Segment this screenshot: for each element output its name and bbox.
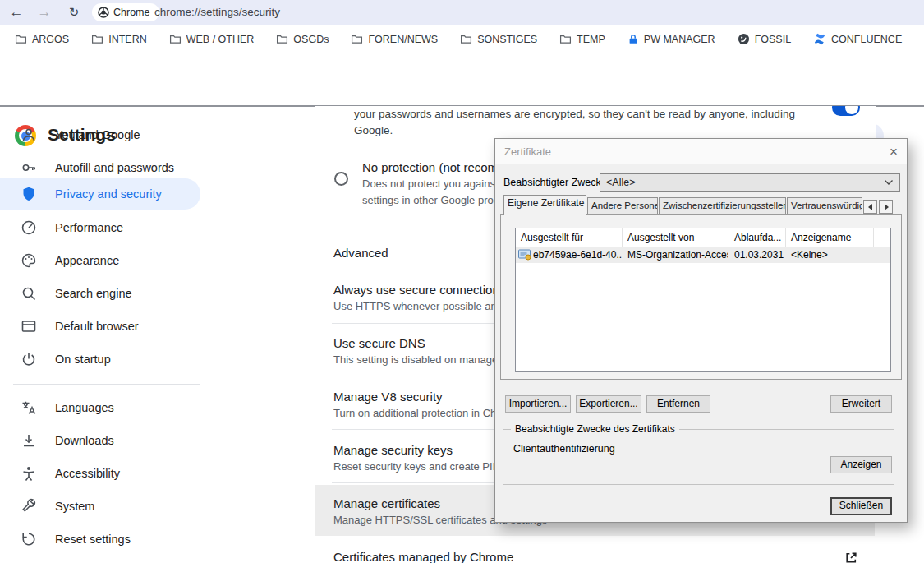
sidebar-item-accessibility[interactable]: Accessibility <box>0 458 200 489</box>
bookmark-fossil[interactable]: FOSSIL <box>738 33 791 45</box>
reset-icon <box>21 531 37 547</box>
power-icon <box>21 351 37 367</box>
no-protection-radio[interactable] <box>334 172 348 186</box>
tab-eigene-zertifikate[interactable]: Eigene Zertifikate <box>503 195 586 215</box>
sidebar-item-on-startup[interactable]: On startup <box>0 344 200 375</box>
column-header-issued-by[interactable]: Ausgestellt von <box>623 228 729 247</box>
back-icon[interactable]: ← <box>7 2 26 22</box>
export-button[interactable]: Exportieren... <box>576 395 641 413</box>
purpose-label: Beabsichtigter Zweck: <box>503 177 604 188</box>
tab-vertrauenswuerdige[interactable]: Vertrauenswürdige Stammzertifizierungsst… <box>787 197 862 215</box>
dialog-title: Zertifikate <box>504 145 551 158</box>
tab-scroll-left-icon[interactable] <box>863 200 877 214</box>
screen: ← → ↻ Chrome chrome://settings/security … <box>0 0 924 563</box>
remove-button[interactable]: Entfernen <box>646 395 710 413</box>
row-security-keys-sub: Reset security keys and create PINs <box>333 460 506 473</box>
sidebar-item-reset-settings[interactable]: Reset settings <box>0 524 200 555</box>
speedometer-icon <box>21 219 37 236</box>
bookmark-foren-news[interactable]: FOREN/NEWS <box>351 33 438 45</box>
password-leak-toggle[interactable] <box>832 106 860 116</box>
certificate-table-row[interactable]: eb7459ae-6e1d-40... MS-Organization-Acce… <box>516 247 890 263</box>
sidebar-item-default-browser[interactable]: Default browser <box>0 311 200 342</box>
forward-icon[interactable]: → <box>34 2 54 22</box>
sidebar-item-appearance[interactable]: Appearance <box>0 245 200 276</box>
bookmark-argos[interactable]: ARGOS <box>15 33 69 45</box>
sidebar-item-privacy-security[interactable]: Privacy and security <box>0 178 200 210</box>
folder-icon <box>351 33 363 45</box>
row-chrome-certificates-title[interactable]: Certificates managed by Chrome <box>333 550 513 563</box>
open-in-new-icon[interactable] <box>844 551 858 563</box>
purpose-value: <Alle> <box>606 177 635 188</box>
dark-globe-icon <box>738 33 750 45</box>
sidebar-item-you-and-google[interactable]: You and Google <box>0 119 200 150</box>
row-manage-certificates-title[interactable]: Manage certificates <box>333 496 440 510</box>
folder-icon <box>460 33 472 45</box>
column-header-display-name[interactable]: Anzeigename <box>786 228 874 247</box>
reload-icon[interactable]: ↻ <box>64 2 84 22</box>
browser-window-icon <box>21 318 37 335</box>
row-secure-connections-title[interactable]: Always use secure connections <box>333 283 505 297</box>
lock-icon <box>627 33 639 45</box>
folder-icon <box>15 33 27 45</box>
cell-issued-to: eb7459ae-6e1d-40... <box>533 249 622 261</box>
close-button[interactable]: Schließen <box>830 497 892 515</box>
column-header-spacer <box>874 228 890 247</box>
chevron-down-icon <box>884 179 894 186</box>
sidebar-item-system[interactable]: System <box>0 491 200 522</box>
sidebar-divider <box>13 561 200 561</box>
folder-icon <box>559 33 572 45</box>
chrome-mono-icon <box>98 7 109 18</box>
folder-icon <box>169 33 182 45</box>
certificate-list: Ausgestellt für Ausgestellt von Ablaufda… <box>515 228 891 372</box>
row-v8-security-sub: Turn on additional protection in Chrome <box>333 407 521 419</box>
row-security-keys-title[interactable]: Manage security keys <box>333 443 453 457</box>
encryption-text-line1: your passwords and usernames are encrypt… <box>354 108 795 120</box>
cell-expiry: 01.03.2031 <box>734 249 785 261</box>
purpose-dropdown[interactable]: <Alle> <box>600 173 900 192</box>
bookmark-intern[interactable]: INTERN <box>91 33 147 45</box>
omnibox-site-chip[interactable]: Chrome <box>92 3 159 21</box>
tab-scroll-right-icon[interactable] <box>879 200 893 214</box>
cell-display-name: <Keine> <box>791 249 873 261</box>
magnifier-icon <box>21 285 37 302</box>
certificates-dialog: Zertifikate × Beabsichtigter Zweck: <All… <box>494 138 908 523</box>
row-v8-security-title[interactable]: Manage V8 security <box>333 390 443 404</box>
site-chip-label: Chrome <box>113 7 149 18</box>
settings-sidebar: You and Google Autofill and passwords Pr… <box>0 108 214 563</box>
sidebar-divider <box>13 384 200 385</box>
bookmark-osgds[interactable]: OSGDs <box>276 33 329 45</box>
row-secure-dns-title[interactable]: Use secure DNS <box>333 336 425 350</box>
browser-toolbar: ← → ↻ Chrome chrome://settings/security <box>0 0 924 25</box>
advanced-button[interactable]: Erweitert <box>830 395 892 413</box>
sidebar-item-search-engine[interactable]: Search engine <box>0 278 200 309</box>
tab-zwischenzertifizierungsstellen[interactable]: Zwischenzertifizierungsstellen <box>659 197 786 215</box>
column-header-expiry[interactable]: Ablaufda... <box>729 228 786 247</box>
dialog-titlebar[interactable] <box>495 139 907 164</box>
purposes-group-label: Beabsichtigte Zwecke des Zertifikats <box>511 423 679 435</box>
bookmarks-bar: ARGOS INTERN WEB / OTHER OSGDs FOREN/NEW… <box>0 25 924 53</box>
tab-andere-personen[interactable]: Andere Personen <box>587 197 658 215</box>
wrench-icon <box>21 498 37 515</box>
settings-header: Settings <box>0 53 924 105</box>
folder-icon <box>91 33 103 45</box>
view-button[interactable]: Anzeigen <box>830 456 892 473</box>
import-button[interactable]: Importieren... <box>505 395 571 413</box>
palette-icon <box>21 252 37 269</box>
confluence-icon <box>813 33 826 45</box>
sidebar-item-performance[interactable]: Performance <box>0 212 200 243</box>
bookmark-web-other[interactable]: WEB / OTHER <box>169 33 255 45</box>
advanced-section-label[interactable]: Advanced <box>333 246 388 260</box>
close-icon[interactable]: × <box>885 143 903 161</box>
toggle-clip <box>832 106 860 117</box>
encryption-text-line2: Google. <box>354 124 393 136</box>
purposes-value: Clientauthentifizierung <box>513 443 615 455</box>
bookmark-pw-manager[interactable]: PW MANAGER <box>627 33 715 45</box>
sidebar-item-downloads[interactable]: Downloads <box>0 425 200 456</box>
certificate-icon <box>518 249 531 261</box>
column-header-issued-to[interactable]: Ausgestellt für <box>516 228 623 247</box>
omnibox-url[interactable]: chrome://settings/security <box>154 6 280 18</box>
sidebar-item-languages[interactable]: Languages <box>0 392 200 423</box>
bookmark-confluence[interactable]: CONFLUENCE <box>813 33 902 45</box>
bookmark-temp[interactable]: TEMP <box>559 33 605 45</box>
bookmark-sonstiges[interactable]: SONSTIGES <box>460 33 537 45</box>
